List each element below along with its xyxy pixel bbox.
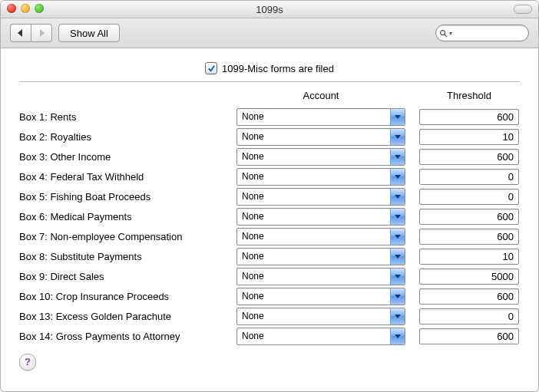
- threshold-input[interactable]: [419, 249, 519, 265]
- filed-label-wrapper[interactable]: 1099-Misc forms are filed: [205, 62, 334, 74]
- svg-marker-0: [18, 29, 22, 37]
- svg-marker-9: [395, 215, 401, 219]
- combo-arrow-icon[interactable]: [390, 189, 405, 205]
- box-label: Box 1: Rents: [19, 109, 223, 125]
- account-value: None: [242, 331, 264, 341]
- minimize-button[interactable]: [21, 4, 30, 13]
- svg-marker-10: [395, 235, 401, 239]
- account-value: None: [242, 211, 264, 222]
- zoom-button[interactable]: [35, 4, 44, 13]
- box-label: Box 13: Excess Golden Parachute: [19, 308, 223, 324]
- box-label: Box 3: Other Income: [19, 149, 223, 165]
- account-combo[interactable]: None: [236, 228, 405, 245]
- threshold-input[interactable]: [419, 189, 519, 205]
- help-button[interactable]: ?: [19, 354, 36, 371]
- box-label: Box 7: Non-employee Compensation: [19, 229, 223, 245]
- svg-marker-4: [395, 115, 401, 119]
- svg-marker-7: [395, 175, 401, 179]
- threshold-input[interactable]: [419, 288, 519, 305]
- svg-marker-5: [395, 135, 401, 139]
- box-label: Box 8: Substitute Payments: [19, 249, 223, 265]
- search-input[interactable]: [455, 27, 524, 39]
- combo-arrow-icon[interactable]: [390, 129, 405, 145]
- combo-arrow-icon[interactable]: [390, 109, 405, 125]
- account-combo[interactable]: None: [236, 148, 405, 166]
- threshold-input[interactable]: [419, 308, 519, 324]
- chevron-right-icon: [38, 29, 45, 37]
- svg-marker-13: [395, 295, 401, 298]
- combo-arrow-icon[interactable]: [390, 268, 405, 285]
- search-menu-caret-icon[interactable]: ▾: [449, 30, 452, 37]
- account-combo[interactable]: None: [236, 168, 405, 186]
- account-value: None: [242, 311, 264, 321]
- close-button[interactable]: [7, 4, 16, 13]
- box-label: Box 5: Fishing Boat Proceeds: [19, 189, 223, 205]
- chevron-left-icon: [17, 29, 25, 37]
- toolbar-toggle-pill[interactable]: [514, 5, 532, 14]
- box-label: Box 14: Gross Payments to Attorney: [19, 328, 223, 344]
- help-icon: ?: [25, 356, 31, 367]
- account-combo[interactable]: None: [236, 208, 405, 226]
- combo-arrow-icon[interactable]: [390, 209, 405, 225]
- column-header-threshold: Threshold: [419, 88, 519, 106]
- account-value: None: [242, 231, 264, 242]
- svg-marker-12: [395, 275, 401, 278]
- threshold-input[interactable]: [419, 328, 519, 344]
- search-field[interactable]: ▾: [435, 25, 529, 41]
- account-value: None: [242, 171, 264, 182]
- account-combo[interactable]: None: [236, 288, 405, 305]
- check-icon: [207, 64, 216, 73]
- combo-arrow-icon[interactable]: [390, 328, 405, 344]
- filed-row: 1099-Misc forms are filed: [19, 59, 520, 81]
- threshold-input[interactable]: [419, 229, 519, 245]
- combo-arrow-icon[interactable]: [390, 229, 405, 245]
- toolbar: Show All ▾: [1, 18, 538, 48]
- svg-marker-14: [395, 315, 401, 318]
- svg-marker-6: [395, 155, 401, 159]
- help-area: ?: [19, 354, 520, 371]
- titlebar: 1099s: [1, 1, 538, 18]
- svg-marker-15: [395, 334, 401, 338]
- threshold-input[interactable]: [419, 268, 519, 285]
- threshold-input[interactable]: [419, 109, 519, 125]
- filed-label: 1099-Misc forms are filed: [222, 63, 334, 74]
- svg-line-3: [445, 34, 447, 36]
- threshold-input[interactable]: [419, 169, 519, 185]
- account-value: None: [242, 271, 264, 282]
- combo-arrow-icon[interactable]: [390, 288, 405, 305]
- account-combo[interactable]: None: [236, 108, 405, 126]
- account-combo[interactable]: None: [236, 268, 405, 285]
- svg-marker-11: [395, 255, 401, 259]
- account-value: None: [242, 291, 264, 301]
- content: 1099-Misc forms are filed Account Thresh…: [1, 48, 538, 378]
- nav-segmented: [10, 24, 52, 42]
- account-combo[interactable]: None: [236, 188, 405, 206]
- account-combo[interactable]: None: [236, 308, 405, 325]
- show-all-button[interactable]: Show All: [58, 24, 120, 42]
- account-combo[interactable]: None: [236, 128, 405, 146]
- divider: [19, 81, 520, 82]
- svg-marker-1: [40, 29, 45, 37]
- back-button[interactable]: [10, 24, 31, 42]
- account-value: None: [242, 111, 264, 122]
- combo-arrow-icon[interactable]: [390, 249, 405, 265]
- account-value: None: [242, 131, 264, 142]
- combo-arrow-icon[interactable]: [390, 169, 405, 185]
- account-combo[interactable]: None: [236, 248, 405, 265]
- box-label: Box 4: Federal Tax Withheld: [19, 169, 223, 185]
- account-value: None: [242, 191, 264, 202]
- traffic-lights: [7, 4, 44, 13]
- account-combo[interactable]: None: [236, 328, 405, 345]
- account-value: None: [242, 251, 264, 262]
- forward-button[interactable]: [31, 24, 52, 42]
- window-title: 1099s: [256, 4, 283, 15]
- combo-arrow-icon[interactable]: [390, 149, 405, 165]
- threshold-input[interactable]: [419, 149, 519, 165]
- threshold-input[interactable]: [419, 129, 519, 145]
- filed-checkbox[interactable]: [205, 62, 217, 74]
- threshold-input[interactable]: [419, 209, 519, 225]
- box-label: Box 2: Royalties: [19, 129, 223, 145]
- combo-arrow-icon[interactable]: [390, 308, 405, 324]
- svg-point-2: [441, 30, 445, 35]
- box-label: Box 10: Crop Insurance Proceeds: [19, 288, 223, 305]
